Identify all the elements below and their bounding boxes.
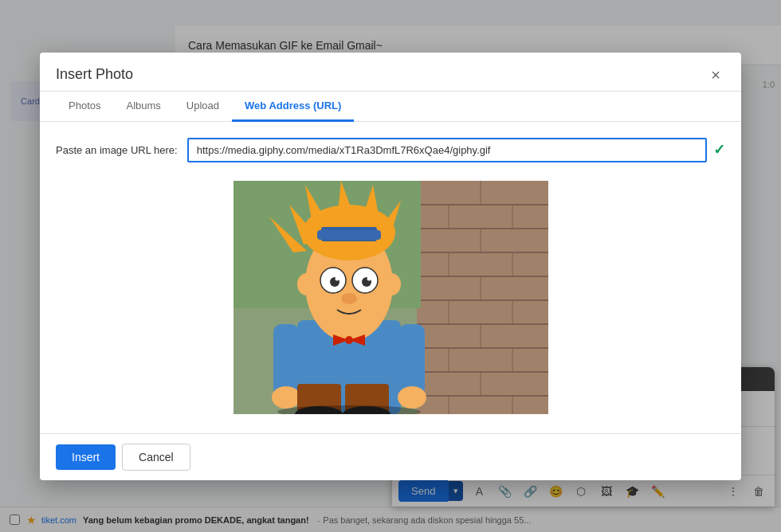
svg-rect-53	[399, 324, 425, 396]
image-preview-container	[56, 178, 725, 417]
svg-point-52	[272, 386, 300, 409]
svg-rect-38	[317, 230, 381, 240]
image-preview	[234, 181, 548, 414]
url-input-wrapper: ✓	[187, 138, 725, 162]
url-input-row: Paste an image URL here: ✓	[56, 138, 725, 162]
insert-photo-modal: Insert Photo × Photos Albums Upload Web …	[40, 53, 741, 480]
tab-albums[interactable]: Albums	[113, 92, 173, 122]
tab-photos[interactable]: Photos	[56, 92, 113, 122]
cancel-button[interactable]: Cancel	[122, 444, 190, 471]
modal-close-button[interactable]: ×	[706, 65, 725, 84]
svg-point-46	[367, 277, 371, 281]
tab-upload[interactable]: Upload	[174, 92, 232, 122]
url-valid-icon: ✓	[713, 141, 725, 158]
modal-body: Paste an image URL here: ✓	[40, 122, 741, 433]
svg-point-39	[297, 273, 316, 295]
modal-tabs: Photos Albums Upload Web Address (URL)	[40, 92, 741, 122]
svg-point-40	[382, 273, 401, 295]
modal-overlay: Insert Photo × Photos Albums Upload Web …	[0, 0, 781, 532]
svg-rect-51	[273, 324, 299, 396]
tab-url[interactable]: Web Address (URL)	[232, 92, 354, 122]
url-input[interactable]	[187, 138, 707, 162]
svg-point-47	[341, 293, 357, 304]
modal-title: Insert Photo	[56, 66, 133, 83]
svg-point-54	[398, 386, 426, 409]
svg-rect-1	[417, 181, 548, 414]
svg-point-45	[335, 277, 339, 281]
insert-button[interactable]: Insert	[56, 444, 116, 470]
url-input-label: Paste an image URL here:	[56, 144, 178, 156]
svg-point-50	[345, 336, 353, 344]
modal-footer: Insert Cancel	[40, 433, 741, 480]
modal-header: Insert Photo ×	[40, 53, 741, 92]
